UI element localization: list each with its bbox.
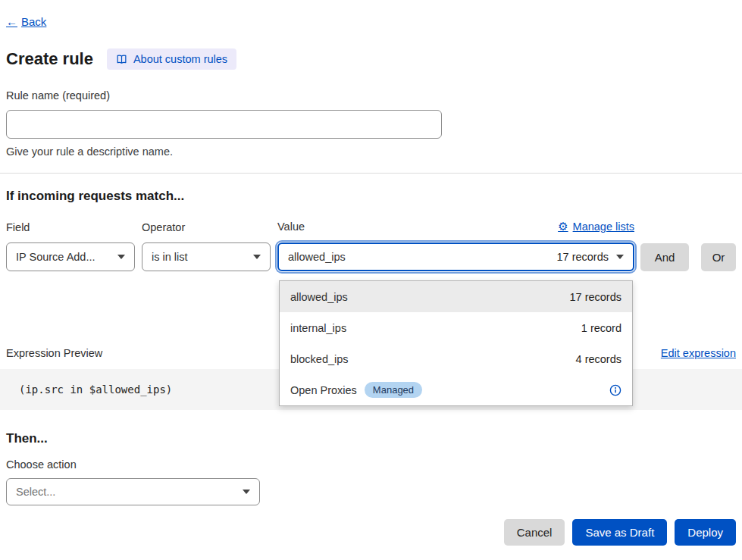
list-option-open-proxies[interactable]: Open Proxies Managed (280, 374, 632, 405)
list-option-records: 1 record (581, 322, 621, 334)
edit-expression-link[interactable]: Edit expression (661, 347, 736, 359)
save-as-draft-button[interactable]: Save as Draft (572, 519, 667, 546)
expression-preview-label: Expression Preview (6, 347, 102, 359)
value-label: Value (277, 221, 305, 233)
operator-column: Operator is in list (142, 221, 271, 271)
back-link[interactable]: ←Back (6, 15, 46, 28)
book-icon (116, 54, 127, 65)
chevron-down-icon (616, 255, 624, 259)
operator-select-value: is in list (152, 251, 188, 263)
then-heading: Then... (6, 431, 736, 446)
value-dropdown-menu: allowed_ips 17 records internal_ips 1 re… (279, 280, 633, 406)
deploy-button[interactable]: Deploy (675, 519, 736, 546)
list-option-name: allowed_ips (290, 291, 348, 303)
manage-lists-label: Manage lists (573, 221, 634, 233)
or-button[interactable]: Or (701, 243, 736, 271)
footer-actions: Cancel Save as Draft Deploy (6, 519, 736, 546)
match-condition-row: Field IP Source Add... Operator is in li… (6, 220, 736, 271)
rule-name-input[interactable] (6, 110, 442, 139)
action-select-placeholder: Select... (16, 486, 55, 498)
cancel-button[interactable]: Cancel (504, 519, 565, 546)
about-label: About custom rules (133, 53, 227, 65)
list-option-internal-ips[interactable]: internal_ips 1 record (280, 312, 632, 343)
and-button[interactable]: And (640, 243, 689, 271)
field-select[interactable]: IP Source Add... (6, 242, 135, 271)
rule-name-label: Rule name (required) (6, 89, 736, 102)
list-option-name: internal_ips (290, 322, 346, 334)
page-title: Create rule (6, 49, 93, 69)
value-records-count: 17 records (556, 251, 609, 263)
match-heading: If incoming requests match... (6, 189, 736, 204)
list-option-records: 17 records (569, 291, 621, 303)
list-option-blocked-ips[interactable]: blocked_ips 4 records (280, 343, 632, 374)
chevron-down-icon (253, 255, 261, 259)
value-select-right: 17 records (556, 251, 624, 263)
back-label: Back (21, 15, 46, 28)
managed-badge: Managed (365, 382, 422, 398)
operator-select[interactable]: is in list (142, 242, 271, 271)
info-icon[interactable] (609, 384, 621, 396)
create-rule-page: ←Back Create rule About custom rules Rul… (0, 0, 742, 560)
list-option-allowed-ips[interactable]: allowed_ips 17 records (280, 281, 632, 312)
field-select-value: IP Source Add... (16, 251, 95, 263)
section-divider (0, 173, 742, 174)
value-select-value: allowed_ips (288, 251, 346, 263)
field-label: Field (6, 221, 135, 233)
list-option-name: blocked_ips (290, 353, 349, 365)
about-custom-rules-link[interactable]: About custom rules (107, 48, 236, 70)
chevron-down-icon (117, 255, 125, 259)
list-option-records: 4 records (576, 353, 621, 365)
choose-action-label: Choose action (6, 458, 736, 471)
field-column: Field IP Source Add... (6, 221, 135, 271)
list-option-left: Open Proxies Managed (290, 382, 422, 398)
action-select[interactable]: Select... (6, 478, 260, 505)
gear-icon: ⚙ (558, 220, 568, 233)
manage-lists-link[interactable]: ⚙Manage lists (558, 220, 634, 233)
operator-label: Operator (142, 221, 271, 233)
back-arrow-icon: ← (6, 15, 17, 28)
list-option-name: Open Proxies (290, 384, 357, 396)
value-select[interactable]: allowed_ips 17 records (277, 242, 634, 271)
rule-name-helper: Give your rule a descriptive name. (6, 145, 736, 158)
title-row: Create rule About custom rules (6, 48, 736, 70)
value-column: Value ⚙Manage lists allowed_ips 17 recor… (277, 220, 634, 271)
value-label-row: Value ⚙Manage lists (277, 220, 634, 233)
chevron-down-icon (243, 490, 250, 494)
